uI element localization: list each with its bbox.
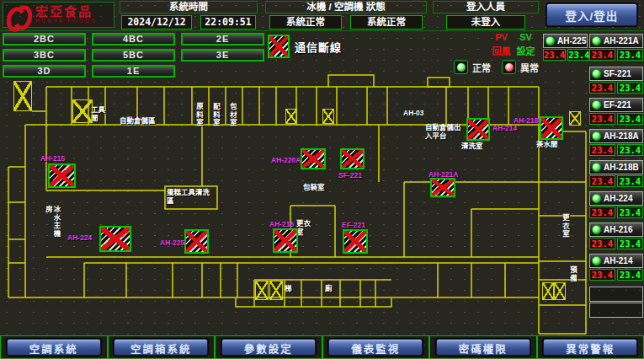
unit-status-led xyxy=(592,36,601,46)
comm-loss-marker-sf-221 xyxy=(340,148,365,169)
room-label: 廁 xyxy=(325,285,333,293)
room-label: 茶水間 xyxy=(536,141,558,149)
system-clock-value: 22:09:51 xyxy=(200,15,256,29)
unit-pv-value: 23.4 xyxy=(589,238,615,249)
unit-status-led xyxy=(592,100,601,110)
room-label: 包材室 xyxy=(228,103,237,127)
comm-loss-marker-ah-218b xyxy=(540,116,563,140)
area-button-1e[interactable]: 1E xyxy=(92,65,175,78)
unit-status-led xyxy=(546,36,555,46)
comm-loss-label: 通信斷線 xyxy=(295,39,342,55)
unit-ah-214[interactable]: AH-214 xyxy=(589,254,643,268)
unit-ah-224[interactable]: AH-224 xyxy=(589,191,643,206)
unit-pv-value: 23.4 xyxy=(589,82,615,94)
system-time-section: 系統時間 2024/12/12 22:09:51 xyxy=(118,1,259,29)
status-led-legend: 正常 異常 xyxy=(454,60,539,74)
area-button-5bc[interactable]: 5BC xyxy=(92,49,175,62)
comm-loss-marker-ah-220a xyxy=(301,148,326,169)
menu-cell: 密碼權限 xyxy=(429,335,537,359)
room-label: 更衣室 xyxy=(296,220,315,236)
unit-pv-value: 23.4 xyxy=(589,269,615,281)
area-button-3d[interactable]: 3D xyxy=(3,65,86,78)
machine-status-label: 冰機 / 空調機 狀態 xyxy=(265,1,427,13)
area-button-4bc[interactable]: 4BC xyxy=(92,33,175,46)
abnormal-label: 異常 xyxy=(520,61,539,74)
unit-values: 23.423.4 xyxy=(589,175,643,187)
menu-button-0[interactable]: 空調系統 xyxy=(7,339,101,356)
room-label: 梯 xyxy=(285,285,292,293)
abnormal-led-icon xyxy=(502,60,516,74)
login-section: 登入人員 未登入 xyxy=(431,1,540,29)
menu-button-4[interactable]: 密碼權限 xyxy=(436,339,530,356)
unit-status-led xyxy=(592,194,601,203)
system-time-label: 系統時間 xyxy=(120,1,258,13)
stair-icon xyxy=(285,109,297,124)
login-user-label: 登入人員 xyxy=(433,1,539,13)
room-label: 清洗室 xyxy=(461,142,483,151)
unit-pv-value: 23.4 xyxy=(589,206,615,218)
hmi-screen: 工具間自動倉儲區原料室配料室包材室AH-03自動倉儲出入平台蛋糕工具清洗區包裝室… xyxy=(0,0,644,359)
stair-icon xyxy=(569,111,581,126)
bottom-menu: 空調系統空調箱系統參數設定儀表監視密碼權限異常警報 xyxy=(0,335,644,359)
unit-values: 23.423.4 xyxy=(589,206,643,218)
area-button-3e[interactable]: 3E xyxy=(181,49,264,62)
floor-area-buttons: 2BC4BC2E3BC5BC3E3D1E xyxy=(3,33,264,78)
unit-ef-221[interactable]: EF-221 xyxy=(589,98,643,112)
unit-ah-218b[interactable]: AH-218B xyxy=(589,160,643,174)
unit-pv-value: 23.4 xyxy=(589,113,615,125)
unit-name-label: AH-221A xyxy=(604,36,639,46)
stair-icon xyxy=(255,281,269,300)
stair-icon xyxy=(269,281,283,300)
unit-sv-value: 23.4 xyxy=(617,49,643,61)
normal-label: 正常 xyxy=(472,61,491,74)
unit-name-label: AH-218B xyxy=(604,163,639,172)
unit-sv-value: 23.4 xyxy=(617,238,643,249)
comm-loss-marker-ah-225 xyxy=(184,229,209,254)
unit-ah-225[interactable]: AH-225 xyxy=(543,34,588,48)
comm-loss-marker-ah-215 xyxy=(48,163,76,188)
unit-ah-218a[interactable]: AH-218A xyxy=(589,129,643,143)
room-label: 冰水主機房 xyxy=(44,206,60,244)
menu-button-5[interactable]: 異常警報 xyxy=(543,339,637,356)
menu-button-2[interactable]: 參數設定 xyxy=(221,339,316,356)
ahu-status-value: 系統正常 xyxy=(350,15,423,29)
brand-logo-icon xyxy=(7,4,32,26)
room-label: 更衣室 xyxy=(561,214,569,243)
menu-button-3[interactable]: 儀表監視 xyxy=(328,339,423,356)
device-label-ah-215: AH-215 xyxy=(40,154,65,163)
unit-ah-216[interactable]: AH-216 xyxy=(589,222,643,237)
room-label: 預備 xyxy=(568,266,577,287)
device-label-ah-224: AH-224 xyxy=(67,233,92,242)
stair-icon xyxy=(13,81,32,111)
unit-values: 23.423.4 xyxy=(589,144,643,156)
room-label: 配料室 xyxy=(211,103,220,127)
menu-button-1[interactable]: 空調箱系統 xyxy=(114,339,208,356)
menu-cell: 參數設定 xyxy=(215,335,322,359)
login-logout-button[interactable]: 登入/登出 xyxy=(546,3,637,26)
unit-name-label: SF-221 xyxy=(604,69,631,78)
menu-cell: 空調系統 xyxy=(0,335,108,359)
sv-label: SV xyxy=(514,32,538,42)
comm-loss-legend: 通信斷線 xyxy=(268,35,342,58)
unit-sv-value: 23.4 xyxy=(617,113,643,125)
brand-name-en: HUNYA FOODS xyxy=(35,18,97,24)
comm-loss-icon xyxy=(268,35,290,58)
unit-values: 23.423.4 xyxy=(543,49,588,61)
unit-values: 23.423.4 xyxy=(589,82,643,94)
area-button-2bc[interactable]: 2BC xyxy=(3,33,86,46)
unit-sv-value: 23.4 xyxy=(617,175,643,187)
unit-name-label: EF-221 xyxy=(604,100,631,110)
unit-name-label: AH-224 xyxy=(604,194,632,203)
unit-sf-221[interactable]: SF-221 xyxy=(589,67,643,81)
login-user-value: 未登入 xyxy=(446,15,525,29)
unit-sv-value: 23.4 xyxy=(567,49,590,61)
empty-slot xyxy=(589,303,643,318)
unit-status-led xyxy=(592,225,601,234)
unit-values: 23.423.4 xyxy=(589,49,643,61)
device-label-ah-225: AH-225 xyxy=(160,238,184,247)
unit-pv-value: 23.4 xyxy=(589,144,615,156)
area-button-2e[interactable]: 2E xyxy=(181,33,264,46)
unit-ah-221a[interactable]: AH-221A xyxy=(589,34,643,48)
unit-status-led xyxy=(592,256,601,265)
area-button-3bc[interactable]: 3BC xyxy=(3,49,86,62)
